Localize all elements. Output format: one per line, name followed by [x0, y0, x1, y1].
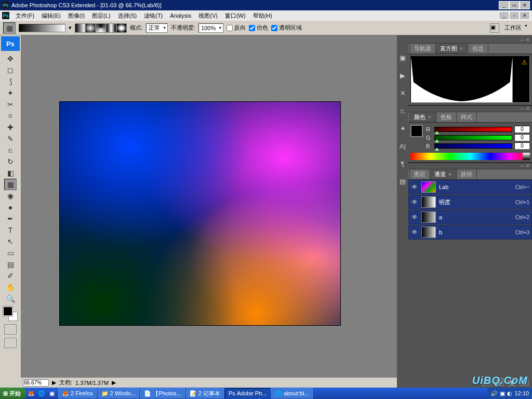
dodge-tool-icon[interactable]: ● — [4, 202, 17, 213]
zoom-tool-icon[interactable]: 🔍 — [4, 293, 17, 304]
dock-icon[interactable]: ¶ — [398, 159, 407, 168]
load-selection-icon[interactable]: ○ — [482, 378, 491, 386]
dither-checkbox[interactable]: 仿色 — [249, 24, 268, 32]
tab-swatches[interactable]: 色板 — [436, 112, 457, 122]
spectrum-bar[interactable] — [410, 153, 530, 160]
hand-tool-icon[interactable]: ✋ — [4, 282, 17, 293]
taskbar-item[interactable]: 📁 2 Windo... — [98, 388, 140, 398]
taskbar-item[interactable]: 🌐 about:bl... — [271, 388, 312, 398]
quickmask-icon[interactable] — [4, 324, 17, 335]
menu-select[interactable]: 选择(S) — [115, 11, 140, 21]
minimize-button[interactable]: _ — [499, 1, 509, 9]
tray-icon[interactable]: ◐ — [507, 390, 512, 397]
gradient-reflected-icon[interactable] — [106, 23, 116, 33]
r-slider[interactable] — [434, 127, 512, 132]
channel-row-lab[interactable]: 👁 Lab Ctrl+~ — [408, 180, 532, 194]
tray-icon[interactable]: 🔊 — [490, 390, 498, 397]
ps-menu-icon[interactable]: Ps — [2, 12, 9, 19]
tray-icon[interactable]: ▣ — [500, 390, 505, 397]
close-button[interactable]: ✕ — [520, 1, 530, 9]
taskbar-item-active[interactable]: Ps Adobe Ph... — [225, 388, 270, 398]
stamp-tool-icon[interactable]: ⎌ — [4, 144, 17, 156]
visibility-icon[interactable]: 👁 — [411, 198, 418, 206]
taskbar-item[interactable]: 📄 【Photos... — [140, 388, 184, 398]
crop-tool-icon[interactable]: ✂ — [4, 99, 17, 110]
new-channel-icon[interactable]: ▣ — [507, 378, 516, 386]
eyedropper-tool-icon[interactable]: ✐ — [4, 270, 17, 282]
menu-help[interactable]: 帮助(H) — [250, 11, 275, 21]
dock-icon[interactable]: ✕ — [398, 88, 407, 98]
visibility-icon[interactable]: 👁 — [411, 214, 418, 221]
menu-edit[interactable]: 编辑(E) — [38, 11, 64, 21]
tab-styles[interactable]: 样式 — [456, 112, 477, 122]
gradient-picker-arrow[interactable]: ▾ — [69, 24, 72, 31]
workspace-select[interactable]: 工作区 — [501, 23, 529, 33]
start-button[interactable]: ⊞ 开始 — [0, 388, 26, 399]
dock-icon[interactable]: ▶ — [398, 71, 407, 80]
menu-image[interactable]: 图像(I) — [65, 11, 88, 21]
tab-layers[interactable]: 图层 — [409, 169, 430, 179]
lasso-tool-icon[interactable]: ⟆ — [4, 76, 17, 87]
type-tool-icon[interactable]: T — [4, 224, 17, 236]
gradient-angle-icon[interactable] — [96, 23, 106, 33]
quicklaunch-icon[interactable]: 🌐 — [36, 389, 47, 398]
dock-icon[interactable]: ▣ — [398, 53, 407, 62]
reverse-checkbox[interactable]: 反向 — [227, 24, 246, 32]
quicklaunch-icon[interactable]: ▣ — [47, 389, 57, 398]
tab-channels[interactable]: 通道✕ — [430, 169, 457, 179]
channel-row-b[interactable]: 👁 b Ctrl+3 — [408, 225, 532, 240]
visibility-icon[interactable]: 👁 — [411, 229, 418, 236]
gradient-linear-icon[interactable] — [75, 23, 85, 33]
pen-tool-icon[interactable]: ✒ — [4, 213, 17, 224]
save-selection-icon[interactable]: ◐ — [495, 378, 504, 386]
taskbar-item[interactable]: 📝 2 记事本 — [186, 388, 224, 398]
doc-restore-button[interactable]: ▫ — [509, 11, 520, 20]
history-brush-tool-icon[interactable]: ↻ — [4, 156, 17, 167]
heal-tool-icon[interactable]: ✚ — [4, 122, 17, 133]
system-tray[interactable]: 🔊 ▣ ◐ 12:10 — [487, 388, 532, 399]
tab-histogram[interactable]: 直方图✕ — [435, 43, 468, 54]
doc-close-button[interactable]: ✕ — [520, 11, 530, 20]
arrow-icon[interactable]: ▶ — [112, 379, 116, 386]
move-tool-icon[interactable]: ✥ — [4, 53, 17, 64]
delete-channel-icon[interactable]: 🗑 — [520, 378, 529, 386]
opacity-select[interactable]: 100% — [198, 23, 223, 33]
menu-view[interactable]: 视图(V) — [195, 11, 221, 21]
notes-tool-icon[interactable]: ▤ — [4, 259, 17, 270]
screenmode-icon[interactable] — [4, 338, 17, 348]
dock-icon[interactable]: ▤ — [398, 177, 407, 186]
menu-layer[interactable]: 图层(L) — [89, 11, 113, 21]
zoom-input[interactable] — [23, 379, 49, 387]
gradient-tool-icon[interactable]: ▦ — [3, 22, 16, 34]
gradient-radial-icon[interactable] — [85, 23, 96, 33]
gradient-tool-icon-tb[interactable]: ▦ — [4, 179, 17, 190]
doc-minimize-button[interactable]: _ — [499, 11, 509, 20]
document-canvas[interactable] — [60, 102, 340, 325]
g-value[interactable]: 0 — [514, 134, 530, 141]
b-slider[interactable] — [434, 143, 512, 149]
taskbar-item[interactable]: 🦊 2 Firefox — [58, 388, 97, 398]
dock-icon[interactable]: ⎌ — [398, 106, 407, 115]
tab-paths[interactable]: 路径 — [456, 169, 477, 179]
b-value[interactable]: 0 — [514, 142, 530, 150]
channel-row-a[interactable]: 👁 a Ctrl+2 — [408, 210, 532, 224]
path-tool-icon[interactable]: ↖ — [4, 236, 17, 247]
tab-color[interactable]: 颜色✕ — [409, 112, 436, 122]
visibility-icon[interactable]: 👁 — [411, 183, 418, 191]
dock-icon[interactable]: A| — [398, 141, 407, 151]
tab-info[interactable]: 信息 — [468, 43, 488, 54]
bridge-icon[interactable]: ▣ — [490, 23, 499, 33]
maximize-button[interactable]: ▭ — [509, 1, 520, 9]
arrow-icon[interactable]: ▶ — [52, 379, 56, 386]
dock-icon[interactable]: ✦ — [398, 124, 407, 133]
slice-tool-icon[interactable]: ⌗ — [4, 110, 17, 122]
shape-tool-icon[interactable]: ▭ — [4, 247, 17, 259]
quicklaunch-icon[interactable]: 🦊 — [26, 389, 36, 398]
r-value[interactable]: 0 — [514, 126, 530, 133]
menu-window[interactable]: 窗口(W) — [222, 11, 249, 21]
wand-tool-icon[interactable]: ✦ — [4, 87, 17, 99]
brush-tool-icon[interactable]: ✎ — [4, 133, 17, 144]
foreground-color-swatch[interactable] — [3, 307, 12, 316]
mode-select[interactable]: 正常 — [146, 23, 168, 33]
marquee-tool-icon[interactable]: ◻ — [4, 64, 17, 76]
